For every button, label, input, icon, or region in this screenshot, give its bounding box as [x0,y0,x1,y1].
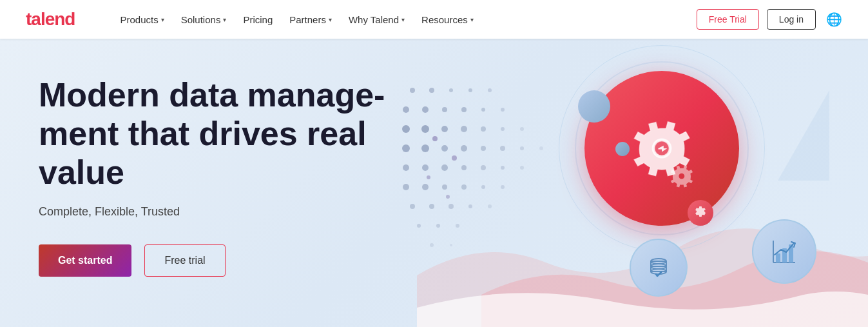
svg-point-49 [432,136,438,141]
svg-point-33 [403,184,409,190]
hero-subtitle: Complete, Flexible, Trusted [39,205,400,219]
hero-free-trial-button[interactable]: Free trial [144,244,225,277]
svg-point-14 [461,126,467,132]
hero-buttons: Get started Free trial [39,244,400,277]
small-gear-svg [693,205,708,221]
get-started-button[interactable]: Get started [39,244,131,277]
svg-point-7 [442,107,447,112]
svg-point-6 [422,106,429,113]
logo[interactable]: talend [26,9,75,30]
chevron-down-icon: ▾ [401,16,405,23]
decorative-triangle [778,90,829,181]
svg-point-3 [468,88,472,92]
svg-point-10 [501,108,505,112]
svg-point-20 [441,145,448,152]
nav-products[interactable]: Products ▾ [113,10,170,29]
nav-pricing[interactable]: Pricing [236,10,279,29]
svg-point-28 [441,164,448,171]
svg-point-37 [481,185,485,189]
svg-point-2 [449,88,453,92]
database-circle [630,239,688,297]
main-gear-circle [584,71,739,226]
nav-solutions-label: Solutions [181,14,221,25]
navbar: talend Products ▾ Solutions ▾ Pricing Pa… [0,0,868,39]
svg-point-22 [481,146,486,151]
chevron-down-icon: ▾ [223,16,226,23]
nav-products-label: Products [120,14,158,25]
svg-point-19 [421,144,429,152]
hero-title: Modern data manage-ment that drives real… [39,76,400,192]
nav-resources[interactable]: Resources ▾ [415,10,480,29]
nav-partners-label: Partners [289,14,326,25]
nav-why-talend[interactable]: Why Talend ▾ [342,10,411,29]
svg-point-17 [520,127,524,131]
svg-point-27 [422,164,429,171]
svg-point-39 [410,204,415,209]
svg-point-12 [421,125,429,133]
login-button[interactable]: Log in [767,9,816,30]
nav-links: Products ▾ Solutions ▾ Pricing Partners … [113,10,696,29]
svg-point-21 [461,145,467,152]
orbit-sphere-large [578,90,610,123]
svg-point-36 [461,184,467,190]
svg-point-4 [488,88,492,92]
svg-point-5 [403,106,409,113]
nav-actions: Free Trial Log in 🌐 [697,9,842,30]
svg-point-38 [501,185,505,189]
chevron-down-icon: ▾ [470,16,474,23]
nav-why-talend-label: Why Talend [349,14,399,25]
nav-resources-label: Resources [421,14,468,25]
globe-icon[interactable]: 🌐 [826,12,842,27]
svg-point-11 [402,125,410,133]
chart-svg-icon [768,235,800,268]
svg-point-23 [500,146,505,151]
free-trial-button[interactable]: Free Trial [697,9,759,30]
svg-rect-61 [776,253,780,263]
svg-point-50 [452,155,457,161]
svg-point-26 [403,164,409,171]
database-svg-icon [644,253,673,282]
svg-point-34 [422,184,429,190]
nav-pricing-label: Pricing [243,14,273,25]
nav-partners[interactable]: Partners ▾ [283,10,338,29]
chevron-down-icon: ▾ [161,16,164,23]
svg-point-15 [481,126,486,132]
svg-point-13 [441,126,448,132]
svg-point-51 [427,175,430,179]
svg-point-32 [520,166,524,170]
svg-point-0 [410,88,415,93]
svg-point-30 [481,165,486,170]
svg-point-31 [501,166,505,170]
small-gear-circle [688,200,713,226]
svg-point-1 [429,88,434,93]
svg-point-9 [481,108,485,112]
svg-point-18 [402,144,410,152]
svg-point-35 [442,184,447,190]
chevron-down-icon: ▾ [329,16,332,23]
svg-point-29 [461,165,467,170]
hero-content: Modern data manage-ment that drives real… [39,76,400,276]
svg-point-8 [461,107,467,112]
svg-point-24 [520,146,524,150]
svg-point-16 [501,127,505,131]
svg-point-25 [539,146,543,150]
gear-svg-icon [617,103,707,193]
chart-circle [752,219,816,284]
hero-section: Modern data manage-ment that drives real… [0,39,868,327]
orbit-sphere-small [615,142,630,156]
nav-solutions[interactable]: Solutions ▾ [175,10,233,29]
